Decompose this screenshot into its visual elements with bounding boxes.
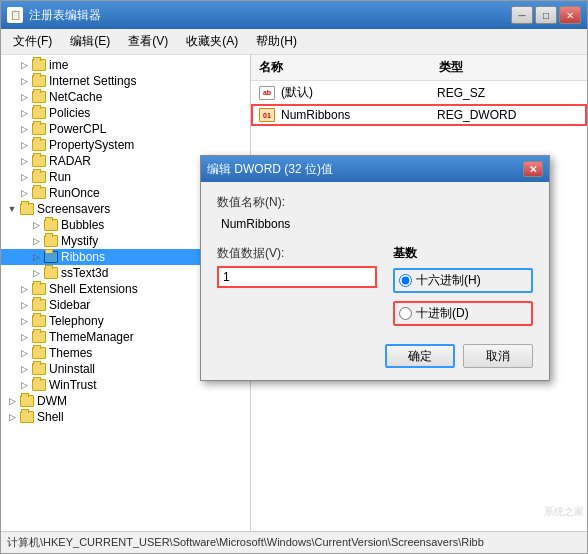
expand-arrow: ▷ xyxy=(5,394,19,408)
window-controls: ─ □ ✕ xyxy=(511,6,581,24)
value-name-default: (默认) xyxy=(281,84,437,101)
folder-open-icon xyxy=(19,202,35,216)
expand-arrow: ▷ xyxy=(29,234,43,248)
expand-arrow: ▷ xyxy=(17,346,31,360)
menu-help[interactable]: 帮助(H) xyxy=(248,31,305,52)
tree-item-netcache[interactable]: ▷ NetCache xyxy=(1,89,250,105)
expand-arrow: ▷ xyxy=(17,362,31,376)
dialog-close-button[interactable]: ✕ xyxy=(523,161,543,177)
folder-icon xyxy=(31,314,47,328)
folder-icon xyxy=(31,58,47,72)
value-type-numribbons: REG_DWORD xyxy=(437,108,581,122)
expand-arrow: ▷ xyxy=(17,106,31,120)
folder-icon xyxy=(31,106,47,120)
folder-icon xyxy=(31,122,47,136)
values-header: 名称 类型 xyxy=(251,55,587,81)
expand-arrow: ▷ xyxy=(29,218,43,232)
folder-icon xyxy=(43,234,59,248)
folder-icon xyxy=(31,378,47,392)
dialog-main-row: 数值数据(V): 基数 十六进制(H) 十进制(D) xyxy=(217,245,533,330)
folder-icon xyxy=(31,330,47,344)
folder-icon xyxy=(31,298,47,312)
hex-radio-row: 十六进制(H) xyxy=(393,268,533,293)
cancel-button[interactable]: 取消 xyxy=(463,344,533,368)
expand-arrow: ▷ xyxy=(17,58,31,72)
registry-value-icon: ab xyxy=(257,85,277,101)
window-title: 注册表编辑器 xyxy=(29,7,505,24)
registry-row-numribbons[interactable]: 01 NumRibbons REG_DWORD xyxy=(251,104,587,126)
folder-icon xyxy=(43,250,59,264)
tree-item-internet-settings[interactable]: ▷ Internet Settings xyxy=(1,73,250,89)
tree-item-powercpl[interactable]: ▷ PowerCPL xyxy=(1,121,250,137)
dialog-title-text: 编辑 DWORD (32 位)值 xyxy=(207,161,333,178)
folder-icon xyxy=(43,266,59,280)
dialog-left-section: 数值数据(V): xyxy=(217,245,377,288)
expand-arrow: ▷ xyxy=(17,90,31,104)
expand-arrow: ▷ xyxy=(29,266,43,280)
dialog-buttons: 确定 取消 xyxy=(217,344,533,368)
ok-button[interactable]: 确定 xyxy=(385,344,455,368)
expand-arrow: ▷ xyxy=(17,122,31,136)
tree-item-dwm[interactable]: ▷ DWM xyxy=(1,393,250,409)
folder-icon xyxy=(31,90,47,104)
folder-icon xyxy=(31,138,47,152)
folder-icon xyxy=(31,74,47,88)
base-label: 基数 xyxy=(393,245,533,262)
expand-arrow: ▷ xyxy=(17,298,31,312)
tree-item-ime[interactable]: ▷ ime xyxy=(1,57,250,73)
expand-arrow: ▷ xyxy=(5,410,19,424)
menu-favorites[interactable]: 收藏夹(A) xyxy=(178,31,246,52)
hex-radio-input[interactable] xyxy=(399,274,412,287)
expand-arrow: ▷ xyxy=(17,138,31,152)
expand-arrow: ▷ xyxy=(17,330,31,344)
registry-row-default[interactable]: ab (默认) REG_SZ xyxy=(251,81,587,104)
menu-bar: 文件(F) 编辑(E) 查看(V) 收藏夹(A) 帮助(H) xyxy=(1,29,587,55)
dialog-right-section: 基数 十六进制(H) 十进制(D) xyxy=(393,245,533,330)
status-text: 计算机\HKEY_CURRENT_USER\Software\Microsoft… xyxy=(7,535,484,550)
app-icon: 📋 xyxy=(7,7,23,23)
hex-radio-label: 十六进制(H) xyxy=(416,272,481,289)
value-data-label: 数值数据(V): xyxy=(217,245,377,262)
value-data-input[interactable] xyxy=(217,266,377,288)
folder-icon xyxy=(19,410,35,424)
expand-arrow: ▷ xyxy=(17,282,31,296)
expand-arrow: ▷ xyxy=(17,170,31,184)
title-bar: 📋 注册表编辑器 ─ □ ✕ xyxy=(1,1,587,29)
expand-arrow: ▷ xyxy=(17,314,31,328)
edit-dword-dialog: 编辑 DWORD (32 位)值 ✕ 数值名称(N): NumRibbons 数… xyxy=(200,155,550,381)
expand-arrow: ▷ xyxy=(17,74,31,88)
folder-icon xyxy=(31,282,47,296)
restore-button[interactable]: □ xyxy=(535,6,557,24)
menu-view[interactable]: 查看(V) xyxy=(120,31,176,52)
column-name: 名称 xyxy=(255,57,435,78)
dialog-body: 数值名称(N): NumRibbons 数值数据(V): 基数 十六进制(H) xyxy=(201,182,549,380)
tree-item-propertysystem[interactable]: ▷ PropertySystem xyxy=(1,137,250,153)
value-name-label: 数值名称(N): xyxy=(217,194,533,211)
expand-arrow: ▷ xyxy=(17,154,31,168)
expand-arrow: ▷ xyxy=(29,250,43,264)
expand-arrow: ▷ xyxy=(17,186,31,200)
value-type-default: REG_SZ xyxy=(437,86,581,100)
dialog-title-bar: 编辑 DWORD (32 位)值 ✕ xyxy=(201,156,549,182)
column-type: 类型 xyxy=(435,57,583,78)
expand-arrow: ▷ xyxy=(17,378,31,392)
tree-item-policies[interactable]: ▷ Policies xyxy=(1,105,250,121)
folder-icon xyxy=(31,170,47,184)
expand-arrow: ▼ xyxy=(5,202,19,216)
folder-icon xyxy=(31,346,47,360)
tree-item-shell[interactable]: ▷ Shell xyxy=(1,409,250,425)
minimize-button[interactable]: ─ xyxy=(511,6,533,24)
dec-radio-row: 十进制(D) xyxy=(393,301,533,326)
menu-edit[interactable]: 编辑(E) xyxy=(62,31,118,52)
menu-file[interactable]: 文件(F) xyxy=(5,31,60,52)
value-name-numribbons: NumRibbons xyxy=(281,108,437,122)
status-bar: 计算机\HKEY_CURRENT_USER\Software\Microsoft… xyxy=(1,531,587,553)
dec-radio-input[interactable] xyxy=(399,307,412,320)
close-button[interactable]: ✕ xyxy=(559,6,581,24)
folder-icon xyxy=(43,218,59,232)
folder-icon xyxy=(31,154,47,168)
folder-icon xyxy=(31,362,47,376)
folder-icon xyxy=(31,186,47,200)
registry-dword-icon: 01 xyxy=(257,107,277,123)
value-name-display: NumRibbons xyxy=(217,215,533,233)
